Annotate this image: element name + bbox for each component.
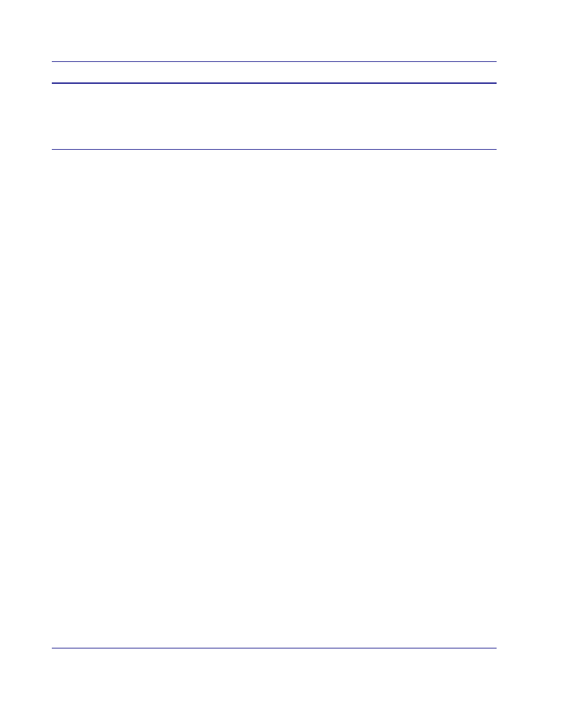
document-page (0, 0, 562, 728)
horizontal-rule-thick (52, 83, 497, 84)
horizontal-rule (52, 648, 497, 648)
horizontal-rule (52, 149, 497, 150)
horizontal-rule (52, 61, 497, 62)
